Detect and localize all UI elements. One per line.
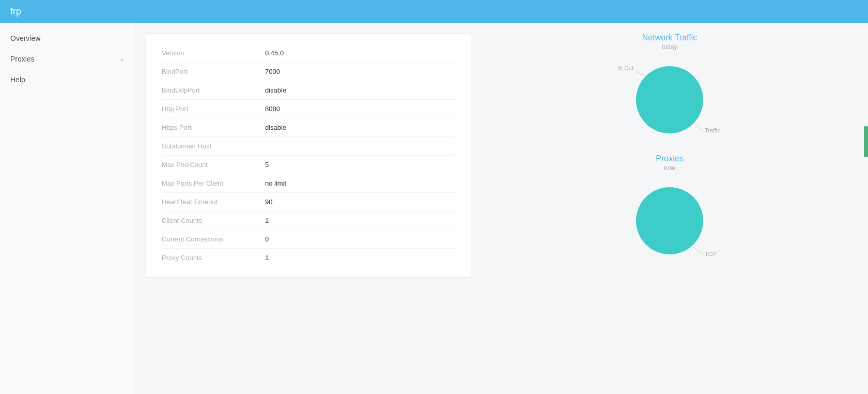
main-layout: Overview Proxies ⌄ Help Version0.45.0Bin…	[0, 23, 868, 394]
svg-line-4	[693, 247, 703, 254]
scrollbar-thumb[interactable]	[864, 126, 868, 157]
charts-panel: Network Traffic today Traffic Out Traffi…	[482, 33, 858, 384]
info-row: Https Portdisable	[162, 118, 455, 137]
info-row-value: no limit	[265, 179, 286, 187]
info-row-label: Max PoolCount	[162, 161, 265, 169]
info-row-value: disable	[265, 86, 286, 94]
info-row: Max Ports Per Clientno limit	[162, 174, 455, 193]
tcp-label: TCP	[705, 251, 716, 257]
info-row-value: 90	[265, 198, 272, 206]
header: frp	[0, 0, 868, 23]
proxies-section: Proxies now TCP	[618, 154, 721, 270]
info-panel: Version0.45.0BindPort7000BindUdpPortdisa…	[146, 33, 471, 278]
info-row-label: Version	[162, 49, 265, 57]
info-row-value: 8080	[265, 105, 280, 113]
proxies-chart-title: Proxies	[656, 154, 683, 163]
app-title: frp	[10, 6, 21, 17]
info-row: HeartBeat Timeout90	[162, 193, 455, 211]
info-row: Max PoolCount5	[162, 156, 455, 174]
proxies-svg: TCP	[618, 177, 721, 270]
sidebar: Overview Proxies ⌄ Help	[0, 23, 135, 394]
info-row-label: BindUdpPort	[162, 86, 265, 94]
network-traffic-chart: Traffic Out Traffic In	[618, 56, 721, 149]
sidebar-item-overview[interactable]: Overview	[0, 28, 135, 49]
info-row: Proxy Counts1	[162, 249, 455, 267]
info-row-label: Proxy Counts	[162, 254, 265, 262]
info-row-label: Max Ports Per Client	[162, 179, 265, 187]
info-row-label: BindPort	[162, 68, 265, 75]
info-row-value: disable	[265, 124, 286, 131]
network-traffic-title: Network Traffic	[642, 33, 697, 42]
info-row: Version0.45.0	[162, 44, 455, 63]
info-row-label: Http Port	[162, 105, 265, 113]
info-row: Http Port8080	[162, 100, 455, 118]
info-row: BindUdpPortdisable	[162, 81, 455, 100]
content-area: Version0.45.0BindPort7000BindUdpPortdisa…	[135, 23, 868, 394]
info-row-label: Https Port	[162, 124, 265, 131]
chevron-down-icon: ⌄	[119, 55, 125, 63]
info-row: Subdomain Host	[162, 137, 455, 156]
info-row-label: Subdomain Host	[162, 142, 265, 150]
proxies-chart-subtitle: now	[664, 164, 675, 172]
info-row: Current Connections0	[162, 230, 455, 249]
svg-point-3	[636, 187, 703, 254]
info-row-value: 7000	[265, 68, 280, 75]
info-row-value: 1	[265, 254, 269, 262]
info-row-label: Current Connections	[162, 235, 265, 243]
traffic-in-label: Traffic In	[705, 127, 721, 133]
svg-line-2	[693, 123, 703, 131]
network-traffic-section: Network Traffic today Traffic Out Traffi…	[618, 33, 721, 149]
info-row-label: Client Counts	[162, 217, 265, 224]
sidebar-item-proxies[interactable]: Proxies ⌄	[0, 49, 135, 69]
network-traffic-svg: Traffic Out Traffic In	[618, 56, 721, 149]
info-row-value: 0.45.0	[265, 49, 284, 57]
info-row-value: 0	[265, 235, 269, 243]
proxies-chart: TCP	[618, 177, 721, 270]
info-row-label: HeartBeat Timeout	[162, 198, 265, 206]
info-row: BindPort7000	[162, 63, 455, 81]
sidebar-item-proxies-label: Proxies	[10, 55, 35, 63]
svg-line-1	[636, 71, 646, 77]
sidebar-item-help-label: Help	[10, 75, 25, 84]
info-row-value: 1	[265, 217, 269, 224]
network-traffic-subtitle: today	[662, 43, 677, 51]
info-row-value: 5	[265, 161, 269, 169]
scrollbar-track	[864, 23, 868, 394]
traffic-out-label: Traffic Out	[618, 65, 633, 71]
info-row: Client Counts1	[162, 211, 455, 230]
sidebar-item-overview-label: Overview	[10, 34, 40, 42]
sidebar-item-help[interactable]: Help	[0, 69, 135, 90]
